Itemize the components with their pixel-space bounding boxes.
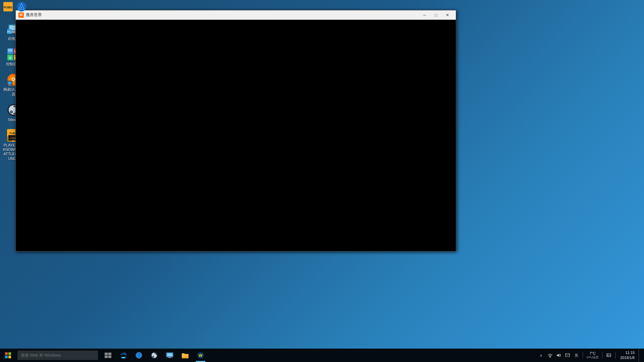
network-svg-icon [548, 353, 552, 358]
svg-point-31 [11, 111, 12, 113]
taskview-button[interactable] [101, 349, 115, 362]
steam-taskbar-icon [151, 352, 158, 359]
ie-icon [135, 352, 143, 359]
svg-rect-38 [8, 352, 11, 355]
taskview-icon [105, 353, 111, 358]
arma-icon: ✓ [17, 2, 26, 11]
tray-divider [583, 352, 583, 359]
svg-rect-62 [185, 356, 187, 357]
start-button[interactable] [0, 349, 16, 362]
svg-rect-43 [105, 356, 108, 358]
remote-button[interactable] [162, 349, 177, 362]
svg-rect-56 [168, 357, 171, 358]
svg-rect-37 [5, 352, 8, 355]
pubg-icon: PUBG [3, 2, 13, 11]
svg-rect-39 [5, 356, 8, 358]
search-input[interactable] [17, 351, 98, 360]
explorer-button[interactable] [178, 349, 193, 362]
keyboard-icon[interactable]: 英 [572, 349, 581, 362]
system-tray: 英 [546, 349, 581, 362]
edge-button[interactable] [116, 349, 131, 362]
tray-divider-3 [615, 352, 615, 359]
message-svg-icon [565, 353, 570, 358]
svg-rect-60 [182, 355, 184, 356]
windows-logo-icon [5, 352, 11, 358]
svg-rect-42 [108, 353, 111, 355]
svg-rect-44 [108, 356, 111, 358]
show-desktop-button[interactable] [639, 349, 641, 362]
svg-rect-55 [167, 353, 172, 356]
edge-icon [120, 352, 127, 359]
svg-rect-8 [11, 31, 16, 33]
arma-taskbar-icon[interactable]: ✓ [16, 1, 27, 12]
network-icon[interactable] [546, 349, 554, 362]
svg-text:UU: UU [8, 84, 11, 86]
volume-svg-icon [556, 353, 561, 358]
svg-rect-67 [607, 354, 611, 357]
steam-taskbar-button[interactable] [147, 349, 162, 362]
cpu-temp-label: CPU温度 [586, 356, 599, 359]
notification-icon[interactable] [604, 349, 613, 362]
notification-svg-icon [606, 353, 611, 358]
svg-text:PC: PC [7, 30, 12, 34]
svg-rect-18 [8, 49, 12, 52]
taskbar-right: ∧ [538, 349, 644, 362]
app-window-wow: W 魔兽世界 ─ □ ✕ [15, 10, 456, 251]
svg-rect-41 [105, 353, 108, 355]
wow-taskbar-icon: W [197, 352, 204, 359]
cpu-temp-display: 7°C CPU温度 [585, 351, 600, 359]
taskbar-clock[interactable]: 11:15 2019/1/8 [618, 350, 637, 361]
svg-text:✓: ✓ [20, 6, 23, 9]
svg-marker-65 [557, 354, 559, 357]
svg-rect-61 [185, 355, 188, 356]
cpu-temp-value: 7°C [589, 351, 595, 356]
pubg-taskbar-icon[interactable]: PUBG [3, 1, 13, 12]
explorer-icon [181, 352, 189, 359]
window-content [16, 20, 456, 251]
clock-time: 11:15 [625, 350, 635, 355]
taskbar-apps: W [101, 349, 208, 362]
taskbar-top: PUBG ✓ [0, 0, 644, 13]
svg-text:W: W [199, 353, 203, 358]
wow-taskbar-button[interactable]: W [193, 349, 208, 362]
message-icon[interactable] [563, 349, 572, 362]
svg-rect-40 [8, 356, 11, 358]
svg-point-53 [153, 356, 154, 357]
taskbar-bottom: W ∧ [0, 349, 644, 362]
volume-icon[interactable] [554, 349, 563, 362]
svg-text:⚙: ⚙ [9, 56, 12, 60]
svg-rect-36 [7, 136, 12, 142]
svg-text:PUBG: PUBG [4, 6, 12, 9]
svg-rect-57 [167, 358, 172, 358]
clock-date: 2019/1/8 [620, 355, 635, 360]
ie-button[interactable] [131, 349, 146, 362]
remote-icon [166, 352, 173, 358]
tray-expand-button[interactable]: ∧ [538, 349, 544, 362]
tray-divider-2 [602, 352, 602, 359]
